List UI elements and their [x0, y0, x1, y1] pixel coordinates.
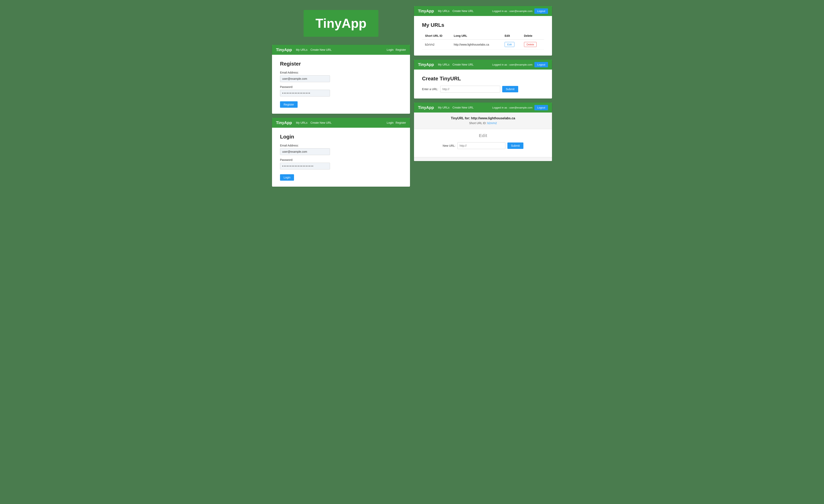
- myurls-body: My URLs Short URL ID Long URL Edit Delet…: [414, 16, 552, 55]
- edit-nav-create[interactable]: Create New URL: [452, 106, 474, 109]
- register-email-input[interactable]: [280, 75, 330, 82]
- login-navbar-links: My URLs Create New URL: [296, 121, 383, 124]
- edit-new-url-label: New URL:: [443, 144, 455, 147]
- register-email-label: Email Address:: [280, 71, 402, 74]
- register-navbar: TinyApp My URLs Create New URL Login Reg…: [272, 45, 410, 55]
- login-email-label: Email Address:: [280, 144, 402, 147]
- login-login-link[interactable]: Login: [387, 121, 394, 124]
- login-password-group: Password:: [280, 158, 402, 169]
- create-panel: TinyApp My URLs Create New URL Logged in…: [414, 59, 552, 99]
- myurls-navbar: TinyApp My URLs Create New URL Logged in…: [414, 6, 552, 16]
- login-submit-button[interactable]: Login: [280, 174, 294, 181]
- login-panel: TinyApp My URLs Create New URL Login Reg…: [272, 118, 410, 186]
- login-email-input[interactable]: [280, 148, 330, 155]
- create-status: Logged in as : user@example.com: [492, 63, 532, 66]
- edit-new-url-input[interactable]: [457, 142, 505, 149]
- col-long-url: Long URL: [451, 32, 502, 39]
- col-delete: Delete: [521, 32, 544, 39]
- create-navbar-right: Logged in as : user@example.com Logout: [492, 62, 548, 68]
- login-email-group: Email Address:: [280, 144, 402, 155]
- table-row: b2xVn2 http://www.lighthouselabs.ca Edit…: [422, 39, 544, 49]
- create-form-row: Enter a URL: Submit: [422, 86, 544, 93]
- delete-cell: Delete: [521, 39, 544, 49]
- myurls-logout-button[interactable]: Logout: [534, 8, 548, 14]
- edit-info-title: TinyURL for: http://www.lighthouselabs.c…: [418, 117, 548, 120]
- edit-cell: Edit: [502, 39, 521, 49]
- edit-navbar-brand[interactable]: TinyApp: [418, 105, 434, 110]
- edit-status: Logged in as : user@example.com: [492, 106, 532, 109]
- login-nav-myurls[interactable]: My URLs: [296, 121, 308, 124]
- register-nav-create[interactable]: Create New URL: [310, 48, 332, 51]
- edit-info-subtitle: Short URL ID:: [469, 122, 487, 125]
- create-navbar-links: My URLs Create New URL: [438, 63, 488, 66]
- register-nav-myurls[interactable]: My URLs: [296, 48, 308, 51]
- register-email-group: Email Address:: [280, 71, 402, 82]
- edit-panel-footer: [414, 157, 552, 161]
- create-logout-button[interactable]: Logout: [534, 62, 548, 68]
- short-url-id: b2xVn2: [422, 39, 451, 49]
- edit-button[interactable]: Edit: [505, 42, 514, 47]
- edit-navbar-links: My URLs Create New URL: [438, 106, 488, 109]
- login-register-link[interactable]: Register: [396, 121, 406, 124]
- create-nav-create[interactable]: Create New URL: [452, 63, 474, 66]
- create-body: Create TinyURL Enter a URL: Submit: [414, 70, 552, 99]
- edit-form-row: New URL: Submit: [422, 142, 544, 149]
- logo-area: TinyApp: [272, 6, 410, 41]
- login-password-label: Password:: [280, 158, 402, 161]
- register-navbar-brand[interactable]: TinyApp: [276, 47, 292, 52]
- register-password-input[interactable]: [280, 90, 330, 97]
- register-login-link[interactable]: Login: [387, 48, 394, 51]
- register-register-link[interactable]: Register: [396, 48, 406, 51]
- app-logo: TinyApp: [304, 10, 379, 37]
- myurls-nav-create[interactable]: Create New URL: [452, 9, 474, 13]
- myurls-navbar-links: My URLs Create New URL: [438, 9, 488, 13]
- edit-info-section: TinyURL for: http://www.lighthouselabs.c…: [414, 113, 552, 129]
- edit-nav-myurls[interactable]: My URLs: [438, 106, 449, 109]
- col-short-url: Short URL ID: [422, 32, 451, 39]
- register-body: Register Email Address: Password: Regist…: [272, 55, 410, 114]
- edit-navbar: TinyApp My URLs Create New URL Logged in…: [414, 103, 552, 113]
- edit-panel: TinyApp My URLs Create New URL Logged in…: [414, 103, 552, 161]
- myurls-nav-myurls[interactable]: My URLs: [438, 9, 449, 13]
- register-title: Register: [280, 61, 402, 67]
- login-navbar: TinyApp My URLs Create New URL Login Reg…: [272, 118, 410, 128]
- edit-navbar-right: Logged in as : user@example.com Logout: [492, 105, 548, 110]
- long-url: http://www.lighthouselabs.ca: [451, 39, 502, 49]
- edit-logout-button[interactable]: Logout: [534, 105, 548, 110]
- create-url-label: Enter a URL:: [422, 88, 438, 91]
- login-body: Login Email Address: Password: Login: [272, 128, 410, 186]
- login-navbar-right: Login Register: [387, 121, 406, 124]
- register-navbar-links: My URLs Create New URL: [296, 48, 383, 51]
- delete-button[interactable]: Delete: [524, 42, 537, 47]
- create-nav-myurls[interactable]: My URLs: [438, 63, 449, 66]
- myurls-title: My URLs: [422, 22, 544, 28]
- login-navbar-brand[interactable]: TinyApp: [276, 121, 292, 125]
- edit-section-title: Edit: [422, 133, 544, 138]
- register-navbar-right: Login Register: [387, 48, 406, 51]
- myurls-navbar-brand[interactable]: TinyApp: [418, 9, 434, 13]
- myurls-status: Logged in as : user@example.com: [492, 10, 532, 13]
- logo-text: TinyApp: [316, 16, 367, 30]
- right-column: TinyApp My URLs Create New URL Logged in…: [414, 6, 552, 186]
- login-password-input[interactable]: [280, 163, 330, 169]
- edit-section: Edit New URL: Submit: [414, 129, 552, 153]
- edit-submit-button[interactable]: Submit: [507, 142, 523, 149]
- edit-info-link[interactable]: b2xVn2: [487, 122, 497, 125]
- create-submit-button[interactable]: Submit: [502, 86, 518, 92]
- register-panel: TinyApp My URLs Create New URL Login Reg…: [272, 45, 410, 114]
- login-title: Login: [280, 134, 402, 140]
- register-password-label: Password:: [280, 85, 402, 89]
- login-nav-create[interactable]: Create New URL: [310, 121, 332, 124]
- edit-info-subtitle-row: Short URL ID: b2xVn2: [418, 121, 548, 125]
- myurls-navbar-right: Logged in as : user@example.com Logout: [492, 8, 548, 14]
- urls-table: Short URL ID Long URL Edit Delete b2xVn2…: [422, 32, 544, 49]
- create-navbar: TinyApp My URLs Create New URL Logged in…: [414, 59, 552, 70]
- create-navbar-brand[interactable]: TinyApp: [418, 62, 434, 67]
- col-edit: Edit: [502, 32, 521, 39]
- register-password-group: Password:: [280, 85, 402, 97]
- register-submit-button[interactable]: Register: [280, 101, 298, 108]
- myurls-panel: TinyApp My URLs Create New URL Logged in…: [414, 6, 552, 55]
- create-title: Create TinyURL: [422, 76, 544, 82]
- create-url-input[interactable]: [440, 86, 500, 93]
